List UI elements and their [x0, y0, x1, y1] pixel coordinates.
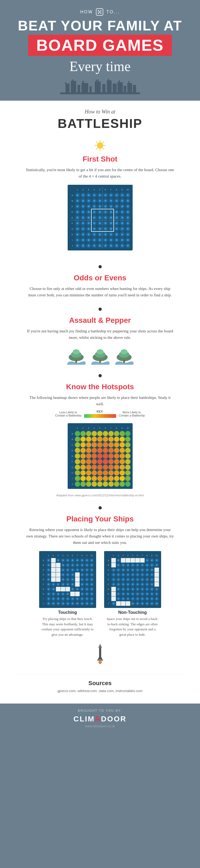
heatmap-board: 12345678910ABCDEFGHIJ: [68, 423, 133, 489]
svg-rect-17: [102, 84, 106, 93]
heatmap-key: Less Likely toContain a Battleship KEY: …: [16, 410, 184, 418]
placing-ships-body: Knowing where your opponent is likely to…: [26, 527, 175, 546]
key-label: KEY:: [84, 410, 116, 413]
dice-icon: [95, 8, 104, 16]
svg-point-28: [97, 142, 103, 149]
svg-rect-14: [95, 82, 101, 93]
ship-silhouette: [5, 78, 195, 95]
ship-piece-1: [67, 346, 85, 365]
ships-illustration: [16, 346, 184, 365]
how-to-label: HOW TO...: [5, 8, 195, 16]
sources-list: gperco.com, wikihow.com, slate.com, inst…: [16, 689, 184, 693]
missile-icon: [16, 642, 184, 665]
svg-point-1: [98, 10, 99, 11]
board-games-banner: BOARD GAMES: [28, 35, 172, 56]
bullet-divider-1: [98, 265, 102, 268]
svg-rect-8: [71, 81, 76, 93]
placing-ships-section: Placing Your Ships Knowing where your op…: [16, 515, 184, 665]
bullet-divider-4: [98, 506, 102, 509]
svg-rect-16: [97, 80, 98, 82]
heatmap-gradient: [84, 414, 116, 418]
placing-ships-title: Placing Your Ships: [16, 515, 184, 523]
svg-marker-53: [98, 644, 102, 648]
assault-pepper-body: If you're not having much joy finding a …: [26, 328, 175, 341]
brought-to-you-label: Brought to You By:: [5, 709, 195, 713]
svg-point-3: [99, 11, 101, 13]
svg-point-42: [73, 349, 80, 354]
adapted-text: Adapted from www.gperco.com/2012/12/info…: [16, 494, 184, 497]
svg-point-58: [99, 661, 101, 663]
climadoor-logo: CLIMADOOR: [5, 715, 195, 723]
header: HOW TO... BEAT YOUR FAMILY AT BOARD GAME…: [0, 0, 200, 101]
non-touching-board-container: 12345678910ABCDEFGHIJ Non-Touching Space…: [104, 551, 161, 637]
how-to-text: HOW: [80, 10, 93, 14]
climadoor-a: A: [95, 715, 101, 723]
svg-rect-25: [128, 81, 129, 83]
climadoor-clim: CLIM: [74, 715, 95, 723]
beat-your-family-text: BEAT YOUR FAMILY AT: [5, 18, 195, 33]
svg-line-36: [96, 148, 97, 149]
first-shot-section: First Shot Statistically, you're most li…: [16, 139, 184, 256]
non-touching-label: Non-Touching: [104, 610, 161, 615]
svg-rect-23: [124, 86, 126, 93]
hotspots-title: Know the Hotspots: [16, 382, 184, 391]
svg-point-46: [97, 349, 104, 354]
hotspots-body: The following heatmap shows where people…: [26, 394, 175, 407]
sources-section: Sources gperco.com, wikihow.com, slate.c…: [16, 674, 184, 693]
odds-evens-title: Odds or Evens: [16, 274, 184, 282]
touching-board-container: 12345678910ABCDEFGHIJ Touching Try placi…: [39, 551, 96, 637]
first-shot-body: Statistically, you're most likely to get…: [26, 166, 175, 179]
svg-point-50: [121, 349, 128, 354]
svg-rect-20: [113, 84, 117, 93]
svg-rect-7: [65, 82, 66, 84]
assault-pepper-title: Assault & Pepper: [16, 316, 184, 325]
svg-rect-13: [89, 86, 92, 93]
svg-line-33: [96, 142, 97, 143]
svg-rect-9: [72, 80, 73, 81]
less-likely-label: Less Likely toContain a Battleship: [55, 411, 81, 417]
assault-pepper-section: Assault & Pepper If you're not having mu…: [16, 316, 184, 365]
ship-svg: [60, 78, 140, 94]
first-shot-title: First Shot: [16, 155, 184, 163]
sources-title: Sources: [16, 680, 184, 687]
svg-rect-19: [108, 79, 109, 81]
svg-rect-12: [82, 81, 84, 83]
how-to-win-label: How to Win at: [16, 108, 184, 115]
svg-rect-6: [66, 84, 70, 93]
know-hotspots-section: Know the Hotspots The following heatmap …: [16, 382, 184, 497]
svg-rect-15: [96, 80, 97, 82]
ship-piece-3: [115, 346, 133, 365]
main-content: How to Win at BATTLESHIP First Sho: [0, 101, 200, 704]
first-shot-board: 12345678910ABCDEFGHIJ: [68, 185, 133, 250]
svg-line-34: [103, 148, 104, 149]
every-time-text: Every time: [5, 59, 195, 74]
footer: Brought to You By: CLIMADOOR www.climado…: [0, 704, 200, 734]
to-text: TO...: [106, 10, 120, 14]
svg-rect-10: [78, 85, 80, 93]
svg-rect-52: [99, 648, 101, 660]
svg-point-4: [98, 12, 99, 14]
more-likely-label: More Likely toContain a Battleship: [119, 411, 145, 417]
two-boards-container: 12345678910ABCDEFGHIJ Touching Try placi…: [16, 551, 184, 637]
climadoor-door: DOOR: [101, 715, 126, 723]
odds-evens-body: Choose to fire only at either odd or eve…: [26, 285, 175, 298]
svg-rect-11: [81, 83, 88, 93]
touching-label: Touching: [39, 610, 96, 615]
ship-piece-2: [91, 346, 110, 365]
svg-point-5: [101, 12, 102, 14]
bullet-divider-2: [98, 308, 102, 311]
svg-rect-18: [107, 81, 112, 93]
battleship-title: BATTLESHIP: [16, 116, 184, 131]
climadoor-url: www.climadoor.co.uk: [5, 724, 195, 728]
svg-line-35: [103, 142, 104, 143]
svg-rect-26: [133, 85, 136, 93]
non-touching-board: 12345678910ABCDEFGHIJ: [104, 551, 161, 608]
sun-icon: [93, 139, 107, 152]
odds-evens-section: Odds or Evens Choose to fire only at eit…: [16, 274, 184, 298]
svg-rect-27: [60, 92, 140, 94]
svg-rect-22: [119, 81, 120, 82]
touching-board: 12345678910ABCDEFGHIJ: [39, 551, 96, 608]
bullet-divider-3: [98, 374, 102, 377]
non-touching-sublabel: Space your ships out to avoid a back-to-…: [106, 616, 159, 637]
svg-rect-21: [117, 82, 123, 93]
